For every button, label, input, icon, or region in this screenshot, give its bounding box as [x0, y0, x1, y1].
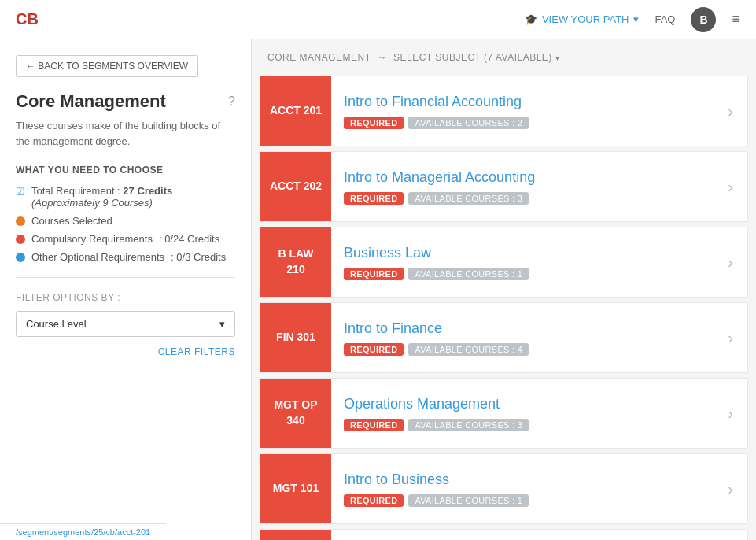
- sidebar-title: Core Management: [16, 91, 235, 112]
- what-you-need-section-label: WHAT YOU NEED TO CHOOSE: [16, 165, 235, 176]
- course-level-filter-dropdown[interactable]: Course Level ▾: [16, 311, 235, 337]
- sidebar: ← BACK TO SEGMENTS OVERVIEW ? Core Manag…: [0, 39, 252, 540]
- right-panel: CORE MANAGEMENT → SELECT SUBJECT (7 AVAI…: [252, 39, 756, 540]
- course-tags: REQUIRED AVAILABLE COURSES : 1: [344, 494, 701, 507]
- help-icon[interactable]: ?: [228, 94, 235, 109]
- course-info: Operations Management REQUIRED AVAILABLE…: [331, 385, 714, 442]
- required-tag: REQUIRED: [344, 117, 404, 129]
- course-name: Intro to Business: [344, 472, 701, 488]
- course-item[interactable]: MGT 301 Principles of Management REQUIRE…: [260, 529, 748, 540]
- breadcrumb-subject-dropdown[interactable]: SELECT SUBJECT (7 AVAILABLE) ▾: [393, 52, 559, 63]
- course-tags: REQUIRED AVAILABLE COURSES : 3: [344, 419, 701, 431]
- breadcrumb-subject-label: SELECT SUBJECT (7 AVAILABLE): [393, 52, 552, 63]
- course-tags: REQUIRED AVAILABLE COURSES : 4: [344, 343, 701, 356]
- course-item[interactable]: ACCT 201 Intro to Financial Accounting R…: [260, 76, 748, 146]
- course-item[interactable]: MGT OP340 Operations Management REQUIRED…: [260, 378, 748, 449]
- course-name: Intro to Finance: [344, 320, 701, 337]
- course-item[interactable]: B LAW210 Business Law REQUIRED AVAILABLE…: [260, 227, 748, 298]
- hamburger-menu-icon[interactable]: ≡: [732, 11, 740, 28]
- nav-right: 🎓 VIEW YOUR PATH ▾ FAQ B ≡: [525, 7, 740, 32]
- course-tags: REQUIRED AVAILABLE COURSES : 1: [344, 268, 701, 280]
- required-tag: REQUIRED: [344, 343, 404, 356]
- course-chevron-icon: ›: [714, 178, 747, 196]
- available-courses-tag: AVAILABLE COURSES : 1: [408, 494, 529, 507]
- view-path-label: VIEW YOUR PATH: [542, 13, 629, 25]
- course-item[interactable]: FIN 301 Intro to Finance REQUIRED AVAILA…: [260, 302, 748, 373]
- course-item[interactable]: ACCT 202 Intro to Managerial Accounting …: [260, 151, 748, 222]
- red-dot-icon: [16, 235, 25, 244]
- chevron-down-icon: ▾: [219, 318, 225, 330]
- total-requirement-text: Total Requirement : 27 Credits (Approxim…: [31, 185, 235, 209]
- required-tag: REQUIRED: [344, 494, 404, 507]
- faq-link[interactable]: FAQ: [655, 13, 675, 25]
- available-courses-tag: AVAILABLE COURSES : 4: [408, 343, 529, 356]
- checkbox-icon: ☑: [16, 186, 25, 198]
- status-url: /segment/segments/25/cb/acct-201: [16, 527, 150, 537]
- orange-dot-icon: [16, 216, 25, 226]
- course-name: Intro to Financial Accounting: [344, 94, 701, 110]
- required-tag: REQUIRED: [344, 268, 404, 280]
- course-info: Intro to Managerial Accounting REQUIRED …: [331, 158, 714, 216]
- course-code-box: MGT 101: [260, 454, 331, 523]
- status-bar: /segment/segments/25/cb/acct-201: [0, 523, 166, 540]
- breadcrumb-chevron-icon: ▾: [555, 54, 560, 62]
- course-code-box: ACCT 201: [260, 76, 331, 146]
- compulsory-requirements-row: Compulsory Requirements : 0/24 Credits: [16, 233, 235, 245]
- course-chevron-icon: ›: [714, 480, 747, 498]
- view-path-button[interactable]: 🎓 VIEW YOUR PATH ▾: [525, 13, 640, 25]
- filter-dropdown-label: Course Level: [26, 318, 87, 330]
- logo: CB: [16, 10, 39, 28]
- top-navigation: CB 🎓 VIEW YOUR PATH ▾ FAQ B ≡: [0, 0, 756, 39]
- courses-selected-row: Courses Selected: [16, 215, 235, 227]
- course-name: Business Law: [344, 245, 701, 261]
- main-layout: ← BACK TO SEGMENTS OVERVIEW ? Core Manag…: [0, 39, 756, 540]
- user-avatar[interactable]: B: [691, 7, 716, 32]
- course-chevron-icon: ›: [714, 329, 747, 347]
- clear-filters-button[interactable]: CLEAR FILTERS: [16, 346, 235, 357]
- course-list: ACCT 201 Intro to Financial Accounting R…: [252, 76, 756, 540]
- optional-value: : 0/3 Credits: [171, 251, 226, 263]
- available-courses-tag: AVAILABLE COURSES : 3: [408, 192, 529, 205]
- compulsory-label: Compulsory Requirements: [31, 233, 153, 245]
- course-name: Intro to Managerial Accounting: [344, 169, 701, 186]
- divider: [16, 277, 235, 278]
- course-code-box: MGT OP340: [260, 379, 331, 448]
- breadcrumb-section: CORE MANAGEMENT: [267, 52, 371, 63]
- available-courses-tag: AVAILABLE COURSES : 1: [408, 268, 529, 280]
- breadcrumb-arrow: →: [378, 52, 388, 63]
- course-code-box: ACCT 202: [260, 152, 331, 221]
- required-tag: REQUIRED: [344, 192, 404, 205]
- course-chevron-icon: ›: [714, 102, 747, 120]
- optional-label: Other Optional Requirements: [31, 251, 164, 263]
- total-requirement-row: ☑ Total Requirement : 27 Credits (Approx…: [16, 185, 235, 209]
- course-chevron-icon: ›: [714, 253, 747, 272]
- back-to-segments-button[interactable]: ← BACK TO SEGMENTS OVERVIEW: [16, 55, 198, 77]
- optional-requirements-row: Other Optional Requirements : 0/3 Credit…: [16, 251, 235, 263]
- course-code-box: B LAW210: [260, 227, 331, 297]
- course-name: Operations Management: [344, 396, 701, 412]
- available-courses-tag: AVAILABLE COURSES : 3: [408, 419, 529, 431]
- course-tags: REQUIRED AVAILABLE COURSES : 2: [344, 117, 701, 129]
- course-info: Principles of Management REQUIRED AVAILA…: [331, 536, 714, 541]
- graduation-icon: 🎓: [525, 13, 537, 25]
- course-code-box: MGT 301: [260, 530, 331, 540]
- required-tag: REQUIRED: [344, 419, 404, 431]
- chevron-down-icon: ▾: [633, 13, 639, 25]
- course-tags: REQUIRED AVAILABLE COURSES : 3: [344, 192, 701, 205]
- course-info: Intro to Financial Accounting REQUIRED A…: [331, 83, 714, 140]
- course-info: Intro to Business REQUIRED AVAILABLE COU…: [331, 460, 714, 518]
- filter-options-label: FILTER OPTIONS BY :: [16, 292, 235, 303]
- available-courses-tag: AVAILABLE COURSES : 2: [408, 117, 529, 129]
- course-code-box: FIN 301: [260, 303, 331, 372]
- course-info: Intro to Finance REQUIRED AVAILABLE COUR…: [331, 309, 714, 367]
- course-item[interactable]: MGT 101 Intro to Business REQUIRED AVAIL…: [260, 453, 748, 524]
- course-info: Business Law REQUIRED AVAILABLE COURSES …: [331, 234, 714, 291]
- breadcrumb: CORE MANAGEMENT → SELECT SUBJECT (7 AVAI…: [252, 39, 756, 76]
- blue-dot-icon: [16, 253, 25, 262]
- sidebar-description: These courses make of the building block…: [16, 118, 235, 149]
- courses-selected-label: Courses Selected: [31, 215, 112, 227]
- compulsory-value: : 0/24 Credits: [159, 233, 219, 245]
- course-chevron-icon: ›: [714, 405, 747, 423]
